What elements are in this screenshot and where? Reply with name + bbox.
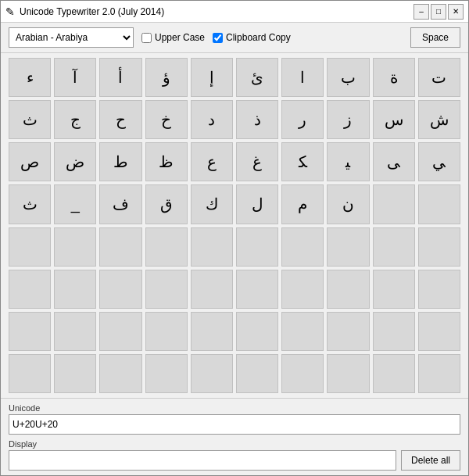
char-cell — [236, 227, 278, 267]
char-cell[interactable]: ش — [418, 100, 460, 139]
char-cell — [418, 312, 460, 351]
char-cell[interactable]: ﻲ — [418, 142, 460, 181]
bottom-area: Unicode Display Delete all — [1, 398, 468, 475]
char-cell — [281, 227, 324, 267]
char-cell[interactable]: ن — [327, 184, 369, 224]
char-cell[interactable]: ﺙ — [9, 184, 51, 224]
display-row: Delete all — [9, 450, 460, 471]
maximize-button[interactable]: □ — [431, 4, 446, 20]
character-grid: ءآأؤإئابةتثجحخدذرزسشصضطظعغﻜﻴﻰﻲﺙ_فقكلمن — [1, 53, 468, 398]
char-cell[interactable]: ز — [327, 100, 369, 139]
char-cell — [191, 270, 233, 309]
char-cell — [236, 270, 278, 309]
space-button[interactable]: Space — [410, 27, 460, 48]
char-cell — [373, 184, 415, 224]
char-cell[interactable]: د — [191, 100, 233, 139]
char-cell[interactable]: ء — [9, 58, 51, 97]
char-cell[interactable]: ﻴ — [327, 142, 369, 181]
char-cell[interactable]: ب — [327, 58, 369, 97]
char-cell[interactable]: _ — [54, 184, 96, 224]
char-cell — [145, 354, 188, 393]
char-cell[interactable]: ض — [54, 142, 96, 181]
char-cell — [191, 227, 233, 267]
char-cell[interactable]: س — [373, 100, 415, 139]
char-cell[interactable]: ث — [9, 100, 51, 139]
uppercase-checkbox-label[interactable]: Upper Case — [141, 32, 205, 43]
char-cell[interactable]: ظ — [145, 142, 188, 181]
char-cell — [373, 227, 415, 267]
char-cell[interactable]: إ — [191, 58, 233, 97]
char-cell — [191, 354, 233, 393]
char-cell — [281, 354, 324, 393]
char-cell[interactable]: ا — [281, 58, 324, 97]
char-cell[interactable]: ئ — [236, 58, 278, 97]
char-cell[interactable]: ع — [191, 142, 233, 181]
minimize-button[interactable]: – — [414, 4, 429, 20]
char-cell — [9, 312, 51, 351]
char-cell — [281, 270, 324, 309]
char-cell — [281, 312, 324, 351]
char-cell[interactable]: ﻜ — [281, 142, 324, 181]
close-button[interactable]: ✕ — [448, 4, 464, 20]
char-cell[interactable]: خ — [145, 100, 188, 139]
char-cell[interactable]: ح — [99, 100, 141, 139]
char-cell — [145, 227, 188, 267]
char-cell — [54, 227, 96, 267]
char-cell[interactable]: ت — [418, 58, 460, 97]
window-controls: – □ ✕ — [414, 4, 464, 20]
char-cell[interactable]: غ — [236, 142, 278, 181]
char-cell — [327, 270, 369, 309]
char-cell — [145, 270, 188, 309]
display-label: Display — [9, 439, 460, 449]
uppercase-label: Upper Case — [155, 32, 205, 43]
char-cell[interactable]: ف — [99, 184, 141, 224]
char-cell[interactable]: م — [281, 184, 324, 224]
delete-all-button[interactable]: Delete all — [401, 450, 460, 471]
clipboard-label: Clipboard Copy — [226, 32, 291, 43]
char-cell — [236, 312, 278, 351]
display-input[interactable] — [9, 450, 396, 471]
language-dropdown[interactable]: Arabian - Arabiya — [9, 27, 134, 48]
char-cell — [99, 227, 141, 267]
char-cell — [54, 312, 96, 351]
char-cell[interactable]: آ — [54, 58, 96, 97]
clipboard-checkbox[interactable] — [213, 33, 223, 43]
char-cell[interactable]: ل — [236, 184, 278, 224]
char-cell[interactable]: ق — [145, 184, 188, 224]
char-cell — [9, 270, 51, 309]
char-cell — [373, 354, 415, 393]
char-cell — [145, 312, 188, 351]
char-cell — [327, 354, 369, 393]
char-cell — [418, 227, 460, 267]
toolbar: Arabian - Arabiya Upper Case Clipboard C… — [1, 23, 468, 53]
unicode-label: Unicode — [9, 403, 460, 413]
char-cell[interactable]: أ — [99, 58, 141, 97]
char-cell — [99, 354, 141, 393]
window-title: Unicode Typewriter 2.0 (July 2014) — [20, 6, 414, 17]
uppercase-checkbox[interactable] — [141, 33, 152, 43]
char-cell[interactable]: ر — [281, 100, 324, 139]
app-icon: ✎ — [5, 5, 15, 18]
char-cell — [418, 184, 460, 224]
char-cell[interactable]: ط — [99, 142, 141, 181]
char-cell — [418, 270, 460, 309]
title-bar: ✎ Unicode Typewriter 2.0 (July 2014) – □… — [1, 1, 468, 23]
char-cell[interactable]: ج — [54, 100, 96, 139]
unicode-input[interactable] — [9, 414, 460, 435]
char-cell — [373, 312, 415, 351]
char-cell[interactable]: ﻰ — [373, 142, 415, 181]
char-cell[interactable]: ص — [9, 142, 51, 181]
char-cell — [9, 227, 51, 267]
char-cell — [54, 354, 96, 393]
char-cell — [327, 227, 369, 267]
char-cell[interactable]: ؤ — [145, 58, 188, 97]
char-cell — [54, 270, 96, 309]
char-cell — [373, 270, 415, 309]
char-cell — [327, 312, 369, 351]
char-cell[interactable]: ذ — [236, 100, 278, 139]
char-cell — [191, 312, 233, 351]
main-window: ✎ Unicode Typewriter 2.0 (July 2014) – □… — [0, 0, 469, 476]
clipboard-checkbox-label[interactable]: Clipboard Copy — [213, 32, 291, 43]
char-cell[interactable]: ة — [373, 58, 415, 97]
char-cell[interactable]: ك — [191, 184, 233, 224]
